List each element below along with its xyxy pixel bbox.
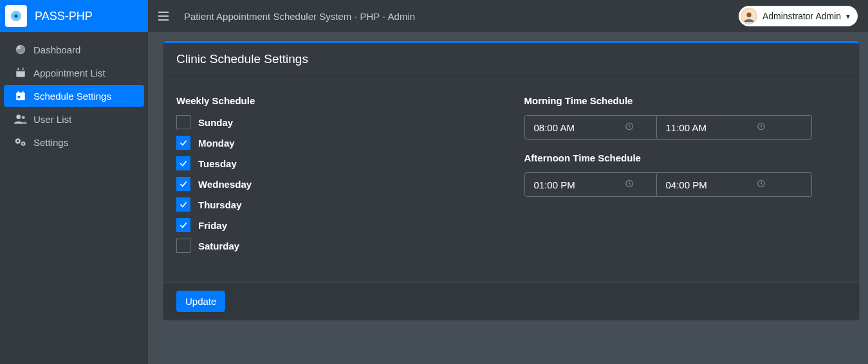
schedule-settings-card: Clinic Schedule Settings Weekly Schedule… [163, 41, 859, 320]
checkbox-icon [176, 115, 190, 129]
afternoon-to-input[interactable] [656, 172, 812, 197]
day-label: Friday [198, 220, 227, 231]
sidebar-item-schedule-settings[interactable]: Schedule Settings [4, 85, 144, 107]
day-label: Saturday [198, 241, 239, 251]
svg-rect-9 [18, 68, 19, 71]
morning-time-row: - [524, 115, 847, 140]
day-checkbox-thursday[interactable]: Thursday [176, 197, 499, 212]
svg-rect-3 [158, 19, 169, 21]
day-label: Tuesday [198, 158, 237, 169]
brand-title: PASS-PHP [35, 10, 93, 23]
svg-rect-8 [16, 69, 25, 71]
sidebar-item-label: Settings [33, 137, 68, 148]
day-checkbox-sunday[interactable]: Sunday [176, 115, 499, 129]
svg-rect-1 [158, 12, 169, 13]
day-checkbox-friday[interactable]: Friday [176, 218, 499, 232]
day-label: Sunday [198, 117, 233, 128]
users-icon [14, 113, 27, 125]
sidebar-item-label: Schedule Settings [33, 91, 111, 102]
svg-point-16 [22, 116, 25, 119]
user-name-label: Adminstrator Admin [762, 11, 841, 21]
calendar-day-icon [14, 90, 27, 102]
morning-schedule-label: Morning Time Schedule [524, 95, 847, 106]
sidebar: Dashboard Appointment List Schedule Sett… [0, 32, 148, 364]
day-checkbox-saturday[interactable]: Saturday [176, 239, 499, 253]
avatar [741, 8, 757, 24]
user-menu-button[interactable]: Adminstrator Admin ▼ [739, 6, 858, 26]
update-button[interactable]: Update [176, 291, 225, 312]
card-body: Weekly Schedule Sunday Monday Tuesday We… [163, 76, 859, 282]
brand-bar: PASS-PHP [0, 0, 148, 32]
brand-logo [5, 5, 27, 27]
sidebar-item-label: Appointment List [33, 68, 106, 78]
page-app-title: Patient Appointment Scheduler System - P… [184, 11, 415, 22]
sidebar-item-appointment-list[interactable]: Appointment List [4, 62, 144, 84]
svg-point-15 [16, 114, 21, 119]
gears-icon [14, 136, 27, 148]
hamburger-icon [158, 12, 169, 21]
weekly-schedule-column: Weekly Schedule Sunday Monday Tuesday We… [176, 95, 499, 259]
card-title: Clinic Schedule Settings [163, 43, 859, 76]
day-checkbox-monday[interactable]: Monday [176, 136, 499, 150]
sidebar-item-label: User List [33, 114, 71, 125]
svg-rect-11 [16, 93, 25, 100]
day-label: Thursday [198, 199, 242, 210]
checkbox-icon [176, 239, 190, 253]
day-label: Monday [198, 138, 235, 149]
avatar-icon [742, 9, 756, 23]
afternoon-schedule-label: Afternoon Time Schedule [524, 152, 847, 163]
calendar-icon [14, 67, 27, 78]
weekly-schedule-label: Weekly Schedule [176, 95, 499, 106]
svg-rect-2 [158, 15, 169, 17]
checkbox-icon [176, 177, 190, 191]
day-checkbox-wednesday[interactable]: Wednesday [176, 177, 499, 191]
top-navbar: Patient Appointment Scheduler System - P… [148, 0, 868, 32]
sidebar-item-settings[interactable]: Settings [4, 131, 144, 153]
sidebar-item-label: Dashboard [33, 44, 80, 55]
sidebar-item-dashboard[interactable]: Dashboard [4, 39, 144, 60]
sidebar-toggle-button[interactable] [158, 12, 169, 21]
logo-icon [9, 9, 23, 23]
chevron-down-icon: ▼ [845, 13, 851, 20]
card-footer: Update [163, 282, 859, 320]
day-checkbox-tuesday[interactable]: Tuesday [176, 156, 499, 170]
day-label: Wednesday [198, 179, 252, 190]
svg-point-5 [746, 13, 751, 17]
svg-rect-10 [23, 68, 24, 71]
morning-to-input[interactable] [656, 115, 812, 140]
svg-rect-12 [18, 96, 21, 98]
svg-point-20 [23, 143, 24, 145]
time-schedule-column: Morning Time Schedule - [524, 95, 847, 259]
svg-rect-14 [23, 91, 24, 94]
sidebar-item-user-list[interactable]: User List [4, 108, 144, 130]
svg-rect-13 [18, 91, 19, 94]
checkbox-icon [176, 136, 190, 150]
checkbox-icon [176, 218, 190, 232]
svg-point-18 [17, 140, 19, 142]
afternoon-time-row: - [524, 172, 847, 197]
checkbox-icon [176, 197, 190, 212]
main-content: Clinic Schedule Settings Weekly Schedule… [148, 32, 868, 364]
dashboard-icon [14, 44, 27, 55]
checkbox-icon [176, 156, 190, 170]
